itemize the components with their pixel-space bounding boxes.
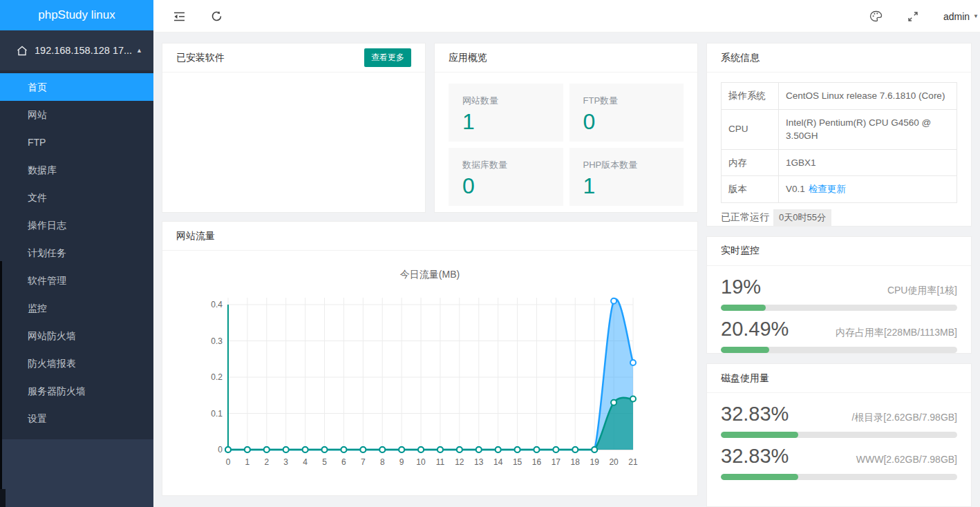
sidebar-item-9[interactable]: 网站防火墙 [0,322,153,350]
sidebar-item-7[interactable]: 软件管理 [0,267,153,294]
svg-text:21: 21 [628,457,638,467]
svg-text:1: 1 [245,457,250,467]
stat-label: 数据库数量 [462,159,563,171]
caret-down-icon: ▼ [973,13,979,19]
svg-text:15: 15 [513,457,522,467]
monitor-gauge-0: 19%CPU使用率[1核] [721,276,957,311]
topbar: admin ▼ [153,0,980,32]
refresh-icon[interactable] [211,10,223,22]
palette-icon[interactable] [869,10,883,22]
fullscreen-expand-icon[interactable] [907,11,918,22]
panel-title: 系统信息 [721,52,760,64]
svg-text:6: 6 [341,457,346,467]
progress-bar [721,305,957,311]
gauge-percent: 32.83% [721,403,789,425]
sidebar-item-2[interactable]: FTP [0,128,153,156]
sidebar-item-12[interactable]: 设置 [0,405,153,432]
sidebar-menu: 首页网站FTP数据库文件操作日志计划任务软件管理监控网站防火墙防火墙报表服务器防… [0,70,153,439]
stat-value: 1 [462,111,563,134]
sidebar-item-1[interactable]: 网站 [0,101,153,128]
gauge-percent: 20.49% [721,318,789,341]
user-menu[interactable]: admin ▼ [943,11,979,22]
monitor-gauges: 19%CPU使用率[1核]20.49%内存占用率[228MB/1113MB] [707,266,971,353]
svg-text:0.3: 0.3 [211,336,223,346]
svg-text:20: 20 [609,457,619,467]
svg-text:8: 8 [380,457,385,467]
sidebar-item-0[interactable]: 首页 [0,73,153,101]
stat-card-0: 网站数量1 [449,84,563,142]
svg-text:3: 3 [283,457,288,467]
overview-stats: 网站数量1FTP数量0数据库数量0PHP版本数量1 [435,73,697,206]
sysinfo-value: V0.1检查更新 [779,176,957,203]
progress-fill [721,347,769,353]
svg-text:14: 14 [493,457,503,467]
sidebar-item-5[interactable]: 操作日志 [0,211,153,239]
sysinfo-label: 版本 [722,176,779,203]
site-traffic-panel: 网站流量 今日流量(MB) 00.10.20.30.40123456789101… [162,221,698,496]
left-edge-strip [0,261,2,507]
svg-text:5: 5 [322,457,327,467]
sysinfo-label: 内存 [722,149,779,176]
monitor-gauge-1: 20.49%内存占用率[228MB/1113MB] [721,318,957,353]
progress-bar [721,347,957,353]
svg-text:12: 12 [455,457,464,467]
stat-label: FTP数量 [583,95,684,107]
stat-label: 网站数量 [462,95,563,107]
traffic-chart: 00.10.20.30.4012345678910111213141516171… [162,284,697,484]
main-content: 已安装软件 查看更多 应用概览 网站数量1FTP数量0数据库数量0PHP版本数量… [153,32,980,507]
svg-text:7: 7 [361,457,366,467]
stat-value: 0 [583,111,684,134]
svg-text:0.2: 0.2 [211,372,223,382]
view-more-button[interactable]: 查看更多 [364,48,411,67]
svg-text:2: 2 [264,457,269,467]
stat-card-3: PHP版本数量1 [569,148,684,206]
sidebar-item-8[interactable]: 监控 [0,294,153,322]
disk-gauges: 32.83%/根目录[2.62GB/7.98GB]32.83%WWW[2.62G… [707,393,971,480]
gauge-label: /根目录[2.62GB/7.98GB] [851,412,957,424]
server-selector[interactable]: 192.168.158.128 17... ▲ [0,30,153,70]
progress-fill [721,432,798,438]
progress-fill [721,305,766,311]
uptime-badge: 0天0时55分 [773,209,831,226]
menu-fold-icon[interactable] [173,11,186,22]
chart-title: 今日流量(MB) [162,269,697,283]
disk-gauge-1: 32.83%WWW[2.62GB/7.98GB] [721,445,957,480]
panel-title: 磁盘使用量 [721,372,769,385]
home-icon [17,46,28,56]
stat-card-1: FTP数量0 [569,84,684,142]
system-info-table: 操作系统CentOS Linux release 7.6.1810 (Core)… [721,82,957,203]
sidebar-item-4[interactable]: 文件 [0,184,153,211]
svg-text:0.4: 0.4 [211,300,223,309]
svg-text:10: 10 [416,457,426,467]
sysinfo-row-3: 版本V0.1检查更新 [722,176,957,203]
sidebar-item-10[interactable]: 防火墙报表 [0,350,153,377]
sidebar-item-11[interactable]: 服务器防火墙 [0,377,153,405]
gauge-percent: 19% [721,276,761,298]
svg-text:19: 19 [590,457,600,467]
progress-fill [721,474,798,480]
sysinfo-label: CPU [722,109,779,149]
username: admin [943,11,970,22]
sysinfo-row-1: CPUIntel(R) Pentium(R) CPU G4560 @ 3.50G… [722,109,957,149]
uptime-label: 已正常运行 [721,211,769,224]
disk-gauge-0: 32.83%/根目录[2.62GB/7.98GB] [721,403,957,438]
svg-text:17: 17 [552,457,561,467]
panel-title: 网站流量 [176,230,215,242]
stat-card-2: 数据库数量0 [449,148,563,206]
check-update-link[interactable]: 检查更新 [809,184,846,194]
app-title: phpStudy linux [38,8,115,22]
stat-label: PHP版本数量 [583,159,684,171]
gauge-percent: 32.83% [721,445,789,468]
sysinfo-label: 操作系统 [722,83,779,110]
gauge-label: WWW[2.62GB/7.98GB] [856,454,957,465]
sidebar-item-3[interactable]: 数据库 [0,156,153,184]
progress-bar [721,474,957,480]
gauge-label: CPU使用率[1核] [887,285,957,297]
sidebar-item-6[interactable]: 计划任务 [0,239,153,267]
svg-text:4: 4 [303,457,308,467]
sysinfo-value: Intel(R) Pentium(R) CPU G4560 @ 3.50GH [779,109,957,149]
app-logo: phpStudy linux [0,0,153,30]
sysinfo-value: CentOS Linux release 7.6.1810 (Core) [779,83,957,110]
sysinfo-row-2: 内存1GBX1 [722,149,957,176]
svg-text:0: 0 [226,457,231,467]
